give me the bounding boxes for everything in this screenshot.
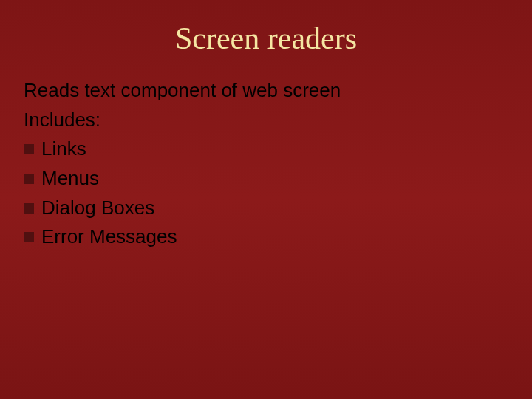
list-item: Error Messages — [24, 223, 508, 251]
square-bullet-icon — [24, 144, 34, 154]
slide-title: Screen readers — [24, 21, 508, 56]
square-bullet-icon — [24, 203, 34, 214]
includes-label: Includes: — [24, 106, 508, 134]
bullet-list: Links Menus Dialog Boxes Error Messages — [24, 135, 508, 251]
list-item-label: Links — [41, 135, 86, 163]
list-item: Links — [24, 135, 508, 163]
slide-container: Screen readers Reads text component of w… — [0, 0, 532, 399]
list-item: Dialog Boxes — [24, 194, 508, 222]
list-item-label: Error Messages — [41, 223, 177, 251]
list-item-label: Menus — [41, 165, 99, 193]
intro-text: Reads text component of web screen — [24, 77, 508, 105]
list-item-label: Dialog Boxes — [41, 194, 154, 222]
square-bullet-icon — [24, 232, 34, 242]
slide-body: Reads text component of web screen Inclu… — [24, 77, 508, 251]
list-item: Menus — [24, 165, 508, 193]
square-bullet-icon — [24, 174, 34, 184]
